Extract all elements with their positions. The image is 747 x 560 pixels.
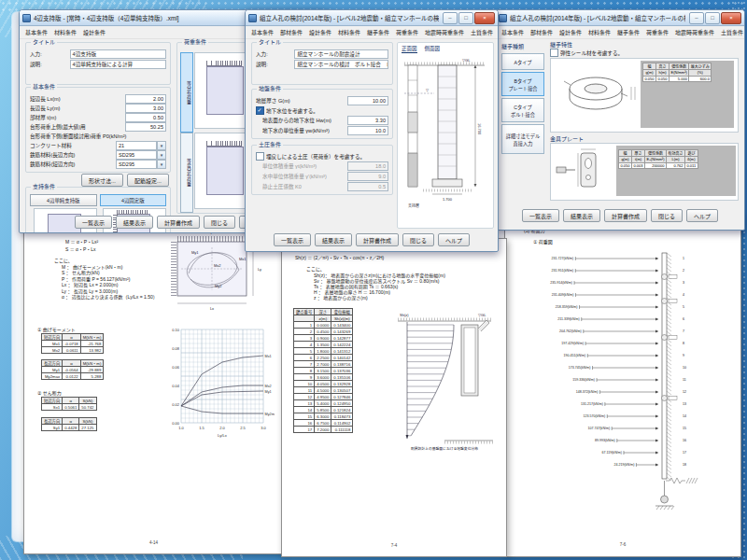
page-number: 7-4 — [282, 543, 506, 548]
checkbox-unchecked[interactable] — [256, 152, 264, 161]
footer-button[interactable]: 閉じる — [651, 209, 683, 222]
footer-button[interactable]: 結果表示 — [116, 216, 153, 229]
joint-type-a-button[interactable]: Aタイプ — [501, 53, 544, 70]
svg-text:204.762(kN/m): 204.762(kN/m) — [559, 329, 582, 333]
svg-text:2: 2 — [683, 269, 684, 273]
minimize-button[interactable]: – — [689, 12, 704, 24]
menu-item[interactable]: 設計条件 — [306, 27, 334, 37]
footer-button[interactable]: 一覧表示 — [75, 216, 112, 229]
svg-text:0.04: 0.04 — [172, 384, 180, 388]
svg-text:▽: ▽ — [426, 88, 430, 92]
titlebar[interactable]: 組立人孔の検討(2014年版) - [レベル2地震動・組立マンホールの検討（分割… — [496, 10, 744, 26]
maximize-button[interactable]: □ — [458, 12, 473, 24]
menu-item[interactable]: 材料条件 — [335, 27, 363, 37]
input-field[interactable]: 4辺単純支持版による計算 — [70, 60, 166, 69]
input-field[interactable]: 3.30 — [347, 116, 388, 125]
support-option-fixed[interactable]: 4辺固定版 — [100, 194, 167, 206]
footer-button[interactable]: 一覧表示 — [522, 209, 559, 222]
input-field[interactable]: 10.0 — [347, 126, 388, 135]
checkbox-checked[interactable] — [256, 106, 264, 115]
svg-text:89.993(kN/m): 89.993(kN/m) — [595, 439, 615, 442]
joint-type-b-button[interactable]: Bタイプ プレート接合 — [501, 72, 544, 96]
group-caption: 基本条件 — [31, 84, 57, 91]
menu-item[interactable]: 土質条件 — [468, 27, 496, 37]
svg-text:My1: My1 — [265, 390, 272, 394]
field-row: 単位体積重量 γt(kN/m³)18.0 — [256, 161, 388, 171]
load-tab-uniform[interactable]: 等分布荷重 — [180, 52, 193, 133]
menu-item[interactable]: 部材条件 — [277, 27, 305, 37]
field-label: 地下水の単位重量 γw(kN/m³) — [262, 127, 345, 134]
checkbox-unchecked[interactable] — [550, 49, 558, 57]
titlebar[interactable]: 組立人孔の検討(2014年版) - [レベル2地震動・組立マンホールの検討（分割… — [246, 10, 498, 26]
dropdown-arrow-icon[interactable]: ▾ — [157, 160, 166, 169]
svg-text:11: 11 — [683, 378, 686, 382]
combo-box[interactable]: 21 — [116, 141, 157, 150]
svg-text:Sh(z): Sh(z) — [400, 313, 409, 317]
menu-item[interactable]: 土質条件 — [718, 27, 745, 37]
menu-item[interactable]: 設計条件 — [557, 27, 585, 37]
close-button[interactable]: × — [721, 12, 741, 24]
svg-text:15: 15 — [683, 427, 686, 430]
footer-button[interactable]: 配筋設定... — [127, 174, 169, 187]
menu-item[interactable]: 部材条件 — [528, 27, 556, 37]
maximize-button[interactable]: □ — [705, 12, 720, 24]
menu-item[interactable]: 基本条件 — [499, 27, 527, 37]
footer-button[interactable]: 閉じる — [402, 233, 434, 246]
svg-text:131.217(kN/m): 131.217(kN/m) — [581, 402, 603, 406]
field-label: コンクリート材料 — [30, 142, 114, 149]
input-field[interactable]: 4辺支持版 — [70, 49, 166, 59]
input-field[interactable]: 10.00 — [347, 96, 388, 105]
text-line: z ： 地表面からの深さ(m) — [314, 295, 445, 301]
footer-button[interactable]: 閉じる — [204, 216, 235, 229]
footer-button[interactable]: 結果表示 — [315, 233, 352, 246]
group-caption: タイトル — [257, 39, 283, 46]
input-field[interactable]: 0.50 — [125, 113, 166, 122]
footer-button[interactable]: 一覧表示 — [274, 233, 311, 246]
input-field[interactable]: 組立マンホールの耐震設計 — [294, 49, 388, 59]
footer-button[interactable]: 形状寸法... — [81, 174, 123, 187]
svg-text:My2: My2 — [215, 284, 222, 288]
menu-item[interactable]: 基本条件 — [22, 27, 50, 37]
support-option-simple[interactable]: 4辺単純支持版 — [30, 194, 97, 206]
field-row: 入力:4辺支持版 — [30, 49, 166, 59]
joint-type-custom-button[interactable]: 詳細寸法モデル 直接入力 — [501, 124, 544, 154]
menu-item[interactable]: 材料条件 — [585, 27, 613, 37]
footer-button[interactable]: 結果表示 — [563, 209, 600, 222]
field-row: 地下水の単位重量 γw(kN/m³)10.0 — [256, 126, 388, 135]
menu-item[interactable]: 材料条件 — [51, 27, 79, 37]
menu-item[interactable]: 基本条件 — [248, 27, 276, 37]
minimize-button[interactable]: – — [443, 12, 458, 24]
input-field[interactable]: 3.00 — [125, 104, 166, 113]
dropdown-arrow-icon[interactable]: ▾ — [157, 150, 166, 160]
close-button[interactable]: × — [474, 12, 495, 24]
footer-button[interactable]: 計算書作成 — [604, 209, 647, 222]
window-title: 組立人孔の検討(2014年版) - [レベル2地震動・組立マンホールの検討（分割… — [260, 13, 439, 22]
combo-box[interactable]: SD295 — [116, 150, 157, 160]
menu-item[interactable]: 設計条件 — [80, 27, 108, 37]
joint-type-c-button[interactable]: Cタイプ ボルト接合 — [501, 98, 544, 122]
field-row: 長辺長 Ly(m)3.00 — [30, 104, 166, 112]
footer-button[interactable]: 計算書作成 — [157, 216, 200, 229]
menu-item[interactable]: 地震時荷重条件 — [422, 27, 467, 37]
load-tab-varying[interactable]: 等変分布荷重 — [180, 133, 193, 213]
footer-button[interactable]: 計算書作成 — [356, 233, 399, 246]
ground-displacement-diagram: Sh(z) ▽GL 耐震設計上の基盤面における地盤変位分布 — [392, 310, 497, 454]
group-caption: 土圧条件 — [257, 142, 283, 148]
dropdown-arrow-icon[interactable]: ▾ — [157, 141, 166, 150]
input-field[interactable]: 組立マンホールの検討 ボルト接合 レベル2 分割 — [294, 60, 388, 69]
footer-button[interactable]: ヘルプ — [686, 209, 718, 222]
footer-button[interactable]: ヘルプ — [438, 233, 470, 246]
input-field[interactable]: 50.25 — [125, 122, 166, 132]
menu-item[interactable]: 荷重条件 — [393, 27, 421, 37]
input-field[interactable]: 2.00 — [125, 94, 166, 104]
menu-item[interactable]: 地震時荷重条件 — [672, 27, 717, 37]
field-label: 単位体積重量 γt(kN/m³) — [262, 162, 345, 170]
svg-text:10: 10 — [683, 366, 686, 370]
combo-box[interactable]: SD295 — [116, 160, 157, 169]
svg-text:Mx1: Mx1 — [265, 355, 272, 358]
app-icon — [248, 14, 257, 22]
menu-item[interactable]: 荷重条件 — [643, 27, 671, 37]
field-label: 鉄筋材料(長辺方向) — [30, 151, 114, 159]
menu-item[interactable]: 継手条件 — [364, 27, 392, 37]
menu-item[interactable]: 継手条件 — [614, 27, 642, 37]
